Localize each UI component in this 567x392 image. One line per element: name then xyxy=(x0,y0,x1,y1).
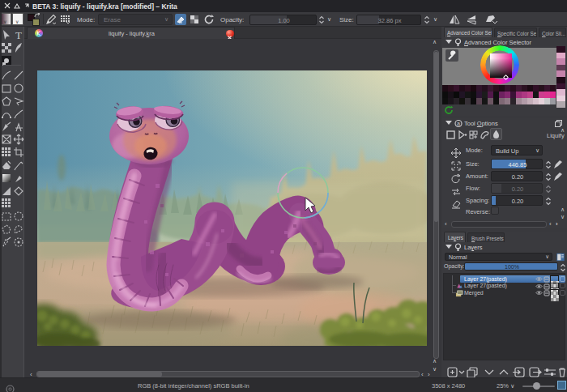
svg-text:a: a xyxy=(457,121,460,126)
svg-text:T: T xyxy=(15,29,22,40)
